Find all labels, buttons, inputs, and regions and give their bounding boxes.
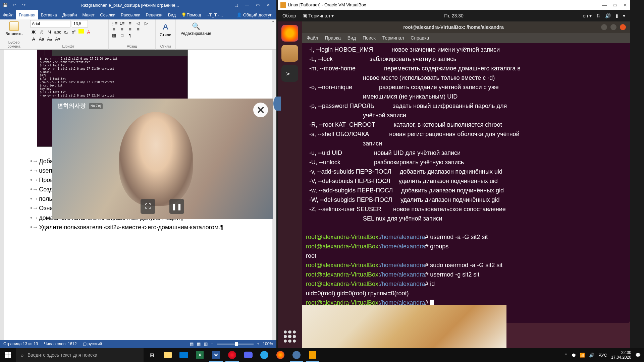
page-indicator[interactable]: Страница 13 из 13 [3, 342, 38, 346]
taskbar-discord-icon[interactable] [240, 348, 256, 362]
ribbon-options-icon[interactable]: ▢ [233, 3, 239, 7]
menu-help[interactable]: Справка [411, 35, 429, 41]
terminal-close-icon[interactable] [620, 24, 626, 30]
input-language[interactable]: en ▾ [583, 13, 592, 18]
minimize-icon[interactable]: — [602, 2, 607, 8]
user-name[interactable]: ~T_T~... [204, 10, 226, 19]
taskbar-word-icon[interactable]: W [208, 348, 224, 362]
font-color-button[interactable]: A [85, 29, 92, 35]
tab-mailings[interactable]: Рассылки [118, 10, 143, 19]
terminal-content[interactable]: -l, --login НОВОЕ_ИМЯ новое значение име… [302, 43, 630, 323]
shrink-font-button[interactable]: A▾ [54, 36, 61, 42]
text-effects-button[interactable]: Aa [38, 36, 45, 42]
clock[interactable]: Пт, 23:30 [444, 13, 464, 18]
tray-notifications-icon[interactable]: 💬 [635, 353, 641, 358]
align-right-button[interactable]: ≡ [127, 26, 133, 32]
word-document-area[interactable]: $ -rw-r--r-- 1 sit2 sit2 0 anp 17 21:50 … [0, 50, 276, 340]
superscript-button[interactable]: x² [70, 29, 77, 35]
zoom-in-icon[interactable]: + [257, 342, 259, 346]
tab-home[interactable]: Главная [16, 10, 38, 19]
taskbar-excel-icon[interactable]: X [192, 348, 208, 362]
taskbar-explorer-icon[interactable] [160, 348, 176, 362]
taskbar-telegram-icon[interactable] [256, 348, 272, 362]
pause-button[interactable]: ❚❚ [169, 199, 184, 214]
underline-button[interactable]: Ч [46, 29, 53, 35]
shading-button[interactable]: ▦ [111, 32, 117, 38]
battery-icon[interactable]: ▮ [615, 13, 618, 18]
taskbar-app-icon[interactable] [305, 348, 321, 362]
bullets-button[interactable]: ⋮≡ [111, 20, 117, 26]
app-menu-terminal[interactable]: ▣ Терминал ▾ [303, 13, 333, 18]
start-button[interactable] [0, 348, 16, 362]
taskbar-firefox-icon[interactable] [272, 348, 288, 362]
undo-icon[interactable]: ↶ [11, 2, 17, 8]
taskbar-mail-icon[interactable] [176, 348, 192, 362]
taskbar-search[interactable]: ⌕Введите здесь текст для поиска [16, 348, 144, 362]
print-layout-icon[interactable]: ▦ [197, 342, 201, 346]
justify-button[interactable]: ≡ [135, 26, 142, 32]
menu-edit[interactable]: Правка [325, 35, 340, 41]
find-icon[interactable]: 🔍 [192, 22, 200, 30]
tray-wifi-icon[interactable]: 📶 [580, 353, 585, 358]
dock-terminal-icon[interactable]: >_ [281, 65, 298, 82]
indent-dec-button[interactable]: ◁ [135, 20, 142, 26]
minimize-icon[interactable]: — [244, 3, 250, 7]
tell-me[interactable]: 💡 Помощ [178, 10, 204, 19]
clear-format-button[interactable]: A̶ [30, 36, 37, 42]
tab-view[interactable]: Вид [165, 10, 179, 19]
video-overlay[interactable]: 변혁의사랑 No 7회 ✕ ⛶ ❚❚ [52, 99, 273, 219]
strike-button[interactable]: abc [54, 29, 61, 35]
tab-insert[interactable]: Вставка [38, 10, 59, 19]
tab-review[interactable]: Рецензи [143, 10, 165, 19]
system-menu-icon[interactable]: ▾ [623, 13, 625, 18]
tray-chevron-icon[interactable]: ⌃ [564, 353, 568, 358]
menu-file[interactable]: Файл [307, 35, 318, 41]
maximize-icon[interactable]: ▭ [254, 3, 261, 7]
indent-inc-button[interactable]: ▷ [143, 20, 150, 26]
show-marks-button[interactable]: ¶ [127, 32, 133, 38]
language-indicator[interactable]: ▢ русский [83, 342, 102, 346]
tab-file[interactable]: Файл [0, 10, 16, 19]
font-size-select[interactable] [72, 20, 88, 27]
word-count[interactable]: Число слов: 1612 [44, 342, 76, 346]
web-layout-icon[interactable]: ▥ [204, 342, 208, 346]
tab-design[interactable]: Дизайн [60, 10, 80, 19]
network-icon[interactable]: ⇅ [596, 13, 600, 18]
italic-button[interactable]: К [38, 29, 45, 35]
redo-icon[interactable]: ↷ [21, 2, 27, 8]
tray-bluetooth-icon[interactable]: ⬢ [572, 353, 576, 358]
dock-apps-icon[interactable] [284, 330, 296, 343]
collapse-ribbon-icon[interactable]: ⌃ [271, 20, 275, 25]
video-close-button[interactable]: ✕ [253, 103, 268, 117]
tab-references[interactable]: Ссылки [97, 10, 118, 19]
subscript-button[interactable]: x₂ [62, 29, 69, 35]
taskbar-opera-icon[interactable] [224, 348, 240, 362]
multilevel-button[interactable]: ≡ [127, 20, 133, 26]
task-view-icon[interactable]: ⊞ [144, 348, 160, 362]
tab-layout[interactable]: Макет [79, 10, 97, 19]
bold-button[interactable]: Ж [30, 29, 37, 35]
read-mode-icon[interactable]: ▤ [190, 342, 194, 346]
share-button[interactable]: 👤 Общий доступ [232, 12, 276, 17]
align-left-button[interactable]: ≡ [111, 26, 117, 32]
save-icon[interactable]: 💾 [2, 2, 8, 8]
styles-icon[interactable]: A [163, 22, 168, 31]
volume-icon[interactable]: 🔊 [605, 13, 611, 18]
zoom-slider[interactable] [217, 344, 254, 345]
menu-search[interactable]: Поиск [363, 35, 376, 41]
pip-button[interactable]: ⛶ [141, 199, 155, 214]
paste-button[interactable]: Вставить [2, 20, 26, 38]
dock-firefox-icon[interactable] [281, 25, 298, 42]
zoom-level[interactable]: 100% [263, 342, 273, 346]
tray-volume-icon[interactable]: 🔊 [589, 353, 594, 358]
align-center-button[interactable]: ≡ [119, 26, 125, 32]
borders-button[interactable]: □ [119, 32, 125, 38]
menu-terminal[interactable]: Терминал [382, 35, 404, 41]
grow-font-button[interactable]: A▴ [46, 36, 53, 42]
close-icon[interactable]: ✕ [623, 2, 627, 8]
menu-view[interactable]: Вид [347, 35, 356, 41]
vk-browser-edge[interactable] [273, 97, 281, 111]
highlight-button[interactable] [78, 29, 84, 34]
zoom-out-icon[interactable]: − [211, 342, 213, 346]
close-icon[interactable]: ✕ [265, 3, 272, 7]
